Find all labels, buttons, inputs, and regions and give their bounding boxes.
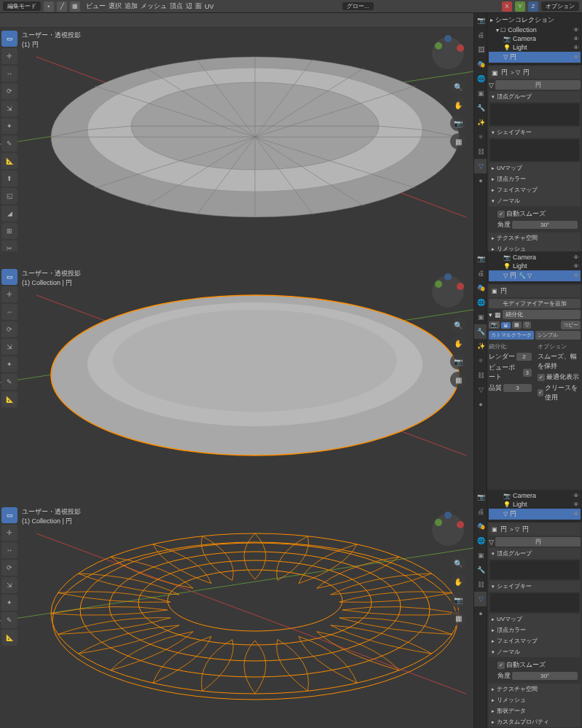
ortho-icon[interactable]: ▦ [450, 610, 466, 626]
tab-output[interactable]: 🖨 [474, 266, 487, 281]
tab-modifier[interactable]: 🔧 [474, 563, 487, 577]
edge-mode-icon[interactable]: ╱ [57, 1, 67, 12]
measure-tool[interactable]: 📐 [1, 391, 17, 407]
tab-constraint[interactable]: ⛓ [474, 577, 487, 592]
tab-constraint[interactable]: ⛓ [474, 368, 487, 383]
panel-vcolor[interactable]: 頂点カラー [489, 173, 581, 184]
outliner-circle[interactable]: ▽ 円👁 [489, 509, 581, 520]
simple-button[interactable]: シンプル [535, 331, 581, 340]
eye-icon[interactable]: 👁 [573, 36, 579, 42]
tab-world[interactable]: 🌐 [474, 295, 487, 310]
add-modifier-button[interactable]: モディファイアーを追加 [489, 299, 581, 308]
tab-render[interactable]: 📷 [474, 251, 487, 266]
mesh-name-input[interactable]: 円 [495, 537, 581, 547]
nav-gizmo[interactable] [430, 273, 466, 310]
tab-output[interactable]: 🖨 [474, 28, 487, 42]
outliner-camera[interactable]: 📷 Camera👁 [489, 34, 581, 43]
visibility-icon[interactable]: 👁 [573, 27, 579, 34]
annotate-tool[interactable]: ✎ [1, 136, 17, 152]
menu-edge[interactable]: 辺 [186, 1, 192, 11]
panel-vertex-groups[interactable]: 頂点グループ [489, 91, 581, 102]
annotate-tool[interactable]: ✎ [1, 374, 17, 390]
tab-render[interactable]: 📷 [474, 13, 487, 28]
select-tool[interactable]: ▭ [1, 269, 17, 285]
zoom-icon[interactable]: 🔍 [450, 317, 466, 333]
ortho-icon[interactable]: ▦ [450, 372, 466, 388]
menu-select[interactable]: 選択 [109, 1, 122, 11]
tab-render[interactable]: 📷 [474, 490, 487, 504]
outliner-light[interactable]: 💡 Light👁 [489, 262, 581, 270]
mod-display-realtime[interactable]: 🖥 [501, 322, 511, 329]
axis-z-icon[interactable]: Z [528, 1, 538, 12]
tab-view[interactable]: 🖼 [474, 42, 487, 57]
select-tool[interactable]: ▭ [1, 507, 17, 523]
transform-tool[interactable]: ✦ [1, 595, 17, 611]
panel-texspace[interactable]: テクスチャ空間 [489, 232, 581, 243]
vertex-mode-icon[interactable]: ▪ [44, 1, 54, 12]
tab-object[interactable]: ▣ [474, 86, 487, 101]
pan-icon[interactable]: ✋ [450, 335, 466, 351]
outliner-light[interactable]: 💡 Light👁 [489, 500, 581, 509]
tab-mesh[interactable]: ▽ [474, 159, 487, 173]
scale-tool[interactable]: ⇲ [1, 101, 17, 117]
viewport-3[interactable]: ▭ ✛ ↔ ⟳ ⇲ ✦ ✎ 📐 ユーザー・透視投影(1) Collection … [0, 490, 473, 728]
panel-facemap[interactable]: フェイスマップ [489, 184, 581, 195]
tab-material[interactable]: ● [474, 606, 487, 621]
tab-modifier[interactable]: 🔧 [474, 324, 487, 339]
loopcut-tool[interactable]: ⊞ [1, 223, 17, 239]
tab-particle[interactable]: ✨ [474, 339, 487, 353]
copy-button[interactable]: コピー [561, 321, 581, 329]
pan-icon[interactable]: ✋ [450, 574, 466, 590]
panel-uvmap[interactable]: UVマップ [489, 614, 581, 625]
move-tool[interactable]: ↔ [1, 66, 17, 82]
tab-mesh[interactable]: ▽ [474, 592, 487, 606]
viewport-1[interactable]: ▭ ✛ ↔ ⟳ ⇲ ✦ ✎ 📐 ⬆ ◱ ◢ ⊞ ✂ ▱ ユーザー・透視投影(1)… [0, 13, 473, 251]
knife-tool[interactable]: ✂ [1, 240, 17, 251]
tab-output[interactable]: 🖨 [474, 504, 487, 519]
axis-y-icon[interactable]: Y [515, 1, 525, 12]
move-tool[interactable]: ↔ [1, 304, 17, 320]
eye-icon[interactable]: 👁 [573, 54, 579, 60]
rotate-tool[interactable]: ⟳ [1, 560, 17, 576]
panel-remesh[interactable]: リメッシュ [489, 243, 581, 251]
transform-orient[interactable]: グロー... [342, 2, 374, 10]
tab-physics[interactable]: ⚛ [474, 130, 487, 144]
angle-input[interactable]: 30° [512, 672, 578, 680]
tab-material[interactable]: ● [474, 397, 487, 412]
panel-customprops[interactable]: カスタムプロパティ [489, 716, 581, 727]
mesh-name-input[interactable]: 円 [495, 80, 581, 90]
panel-texspace[interactable]: テクスチャ空間 [489, 684, 581, 694]
panel-shape-keys[interactable]: シェイプキー [489, 127, 581, 138]
rotate-tool[interactable]: ⟳ [1, 83, 17, 99]
viewport-2[interactable]: ▭ ✛ ↔ ⟳ ⇲ ✦ ✎ 📐 ユーザー・透視投影(1) Collection … [0, 251, 473, 490]
menu-uv[interactable]: UV [205, 3, 214, 10]
tab-modifier[interactable]: 🔧 [474, 101, 487, 115]
bevel-tool[interactable]: ◢ [1, 206, 17, 222]
panel-normal[interactable]: ノーマル [489, 195, 581, 206]
panel-facemap[interactable]: フェイスマップ [489, 635, 581, 646]
render-level[interactable]: 2 [516, 353, 532, 361]
panel-normal[interactable]: ノーマル [489, 646, 581, 657]
ortho-icon[interactable]: ▦ [450, 133, 466, 149]
outliner-scene[interactable]: ▸ シーンコレクション [489, 15, 581, 26]
scale-tool[interactable]: ⇲ [1, 339, 17, 355]
mod-display-cage[interactable]: ▽ [523, 321, 531, 329]
tab-scene[interactable]: 🎭 [474, 281, 487, 295]
panel-vertex-groups[interactable]: 頂点グループ [489, 548, 581, 559]
outliner-circle[interactable]: ▽ 円 🔧 ▽👁 [489, 270, 581, 281]
menu-view[interactable]: ビュー [86, 1, 106, 11]
transform-tool[interactable]: ✦ [1, 118, 17, 134]
camera-icon[interactable]: 📷 [450, 592, 466, 608]
panel-geomdata[interactable]: 形状データ [489, 705, 581, 716]
extrude-tool[interactable]: ⬆ [1, 171, 17, 187]
zoom-icon[interactable]: 🔍 [450, 79, 466, 95]
menu-vertex[interactable]: 頂点 [170, 1, 183, 11]
options-dropdown[interactable]: オプション [541, 1, 579, 11]
autosmooth-check[interactable]: ✓ [498, 662, 505, 669]
annotate-tool[interactable]: ✎ [1, 612, 17, 628]
tab-scene[interactable]: 🎭 [474, 519, 487, 533]
panel-vcolor[interactable]: 頂点カラー [489, 625, 581, 635]
cursor-tool[interactable]: ✛ [1, 48, 17, 64]
cursor-tool[interactable]: ✛ [1, 286, 17, 302]
modifier-name[interactable]: 細分化 [503, 310, 581, 319]
